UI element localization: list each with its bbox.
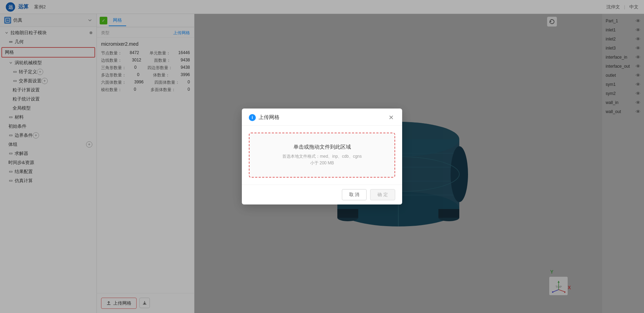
drop-zone-main-text: 单击或拖动文件到此区域 — [256, 144, 388, 150]
drop-zone[interactable]: 单击或拖动文件到此区域 首选本地文件格式：med、inp、cdb、cgns 小于… — [249, 133, 395, 178]
upload-modal: i 上传网格 ✕ 单击或拖动文件到此区域 首选本地文件格式：med、inp、cd… — [242, 109, 402, 204]
modal-footer: 取 消 确 定 — [242, 185, 402, 204]
modal-confirm-button[interactable]: 确 定 — [370, 189, 395, 200]
modal-cancel-button[interactable]: 取 消 — [342, 189, 367, 200]
drop-zone-hint: 首选本地文件格式：med、inp、cdb、cgns 小于 200 MB — [256, 153, 388, 166]
modal-title-area: i 上传网格 — [249, 114, 279, 121]
modal-close-button[interactable]: ✕ — [387, 113, 395, 122]
modal-title-label: 上传网格 — [259, 114, 279, 121]
modal-header: i 上传网格 ✕ — [242, 109, 402, 126]
modal-info-icon: i — [249, 114, 256, 121]
modal-overlay: i 上传网格 ✕ 单击或拖动文件到此区域 首选本地文件格式：med、inp、cd… — [0, 0, 644, 313]
drop-zone-hint2: 小于 200 MB — [256, 160, 388, 166]
drop-zone-hint1: 首选本地文件格式：med、inp、cdb、cgns — [256, 153, 388, 160]
modal-body: 单击或拖动文件到此区域 首选本地文件格式：med、inp、cdb、cgns 小于… — [242, 126, 402, 185]
